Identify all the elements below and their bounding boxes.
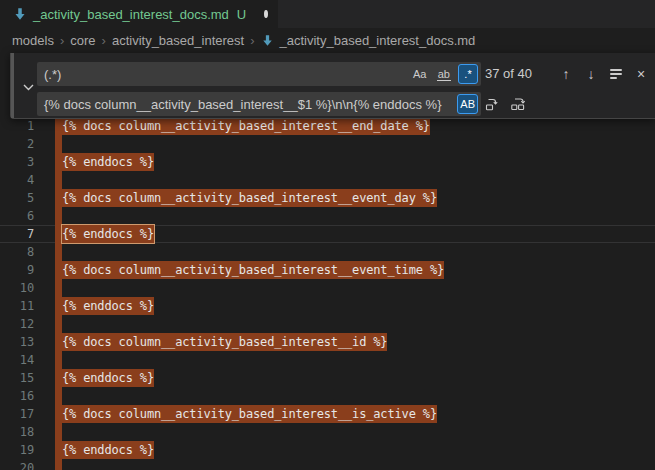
line-number: 18 [0,423,34,441]
editor-line[interactable]: 5{% docs column__activity_based_interest… [0,189,655,207]
search-input[interactable]: (.*) Aa ab .* [37,62,481,86]
close-find-widget-button[interactable]: × [630,63,652,85]
chevron-right-icon: › [250,33,254,48]
arrow-up-icon: ↑ [563,66,570,82]
replace-all-icon [510,96,527,115]
replace-input[interactable]: {% docs column__activity_based_interest_… [37,92,481,116]
chevron-down-icon [23,79,34,94]
editor-line[interactable]: 12 [0,315,655,333]
replace-all-button[interactable] [507,94,529,116]
git-status-badge: U [237,7,246,22]
chevron-right-icon: › [60,33,64,48]
editor-line[interactable]: 9{% docs column__activity_based_interest… [0,261,655,279]
editor-line[interactable]: 10 [0,279,655,297]
line-text: {% docs column__activity_based_interest_… [62,117,430,135]
editor-line[interactable]: 7{% enddocs %} [0,225,655,243]
line-number: 9 [0,261,34,279]
editor-line[interactable]: 19{% enddocs %} [0,441,655,459]
replace-icon [484,96,500,115]
line-number: 7 [0,225,34,243]
line-number: 8 [0,243,34,261]
line-number: 1 [0,117,34,135]
match-count: 37 of 40 [485,62,532,86]
match-case-button[interactable]: Aa [410,64,430,84]
line-text: {% enddocs %} [62,153,154,171]
tab-file[interactable]: _activity_based_interest_docs.md U [0,0,278,28]
editor-line[interactable]: 4 [0,171,655,189]
line-text: {% enddocs %} [62,369,154,387]
editor-line[interactable]: 6 [0,207,655,225]
close-icon: × [637,66,645,82]
line-number: 11 [0,297,34,315]
regex-button[interactable]: .* [458,64,478,84]
line-text: {% enddocs %} [62,441,154,459]
line-text: {% docs column__activity_based_interest_… [62,405,437,423]
line-number: 14 [0,351,34,369]
editor-line[interactable]: 16 [0,387,655,405]
toggle-replace-button[interactable] [19,73,37,99]
line-text: {% docs column__activity_based_interest_… [62,189,437,207]
find-widget-sash[interactable] [11,53,14,118]
editor-line[interactable]: 18 [0,423,655,441]
chevron-right-icon: › [102,33,106,48]
find-widget: (.*) Aa ab .* 37 of 40 ↑ ↓ × {% docs col… [10,53,655,119]
editor-line[interactable]: 3{% enddocs %} [0,153,655,171]
line-number: 19 [0,441,34,459]
selection-lines-icon [610,69,622,79]
line-number: 17 [0,405,34,423]
breadcrumb-item-core[interactable]: core [70,33,95,48]
editor-line[interactable]: 8 [0,243,655,261]
line-text: {% docs column__activity_based_interest_… [62,333,387,351]
breadcrumb: models › core › activity_based_interest … [0,28,655,52]
line-number: 2 [0,135,34,153]
line-number: 10 [0,279,34,297]
next-match-button[interactable]: ↓ [580,63,602,85]
breadcrumb-item-file[interactable]: _activity_based_interest_docs.md [280,33,476,48]
line-number: 6 [0,207,34,225]
markdown-file-icon [13,7,27,21]
replace-value: {% docs column__activity_based_interest_… [37,97,457,112]
line-number: 3 [0,153,34,171]
search-value: (.*) [37,67,410,82]
line-text: {% docs column__activity_based_interest_… [62,261,444,279]
preserve-case-button[interactable]: AB [457,94,478,114]
current-find-match: {% enddocs %} [62,225,154,243]
editor-line[interactable]: 17{% docs column__activity_based_interes… [0,405,655,423]
editor-line[interactable]: 14 [0,351,655,369]
previous-match-button[interactable]: ↑ [555,63,577,85]
editor-line[interactable]: 13{% docs column__activity_based_interes… [0,333,655,351]
line-number: 5 [0,189,34,207]
whole-word-icon: ab [437,68,451,81]
editor-line[interactable]: 1{% docs column__activity_based_interest… [0,117,655,135]
editor-line[interactable]: 2 [0,135,655,153]
whole-word-button[interactable]: ab [434,64,454,84]
arrow-down-icon: ↓ [588,66,595,82]
line-text: {% enddocs %} [62,297,154,315]
find-in-selection-button[interactable] [605,63,627,85]
markdown-file-icon [261,34,274,47]
line-number: 20 [0,459,34,470]
tab-filename: _activity_based_interest_docs.md [33,7,229,22]
breadcrumb-item-models[interactable]: models [12,33,54,48]
modified-indicator-dot[interactable] [264,10,268,18]
line-number: 4 [0,171,34,189]
line-number: 13 [0,333,34,351]
line-number: 12 [0,315,34,333]
replace-button[interactable] [481,94,503,116]
breadcrumb-item-folder[interactable]: activity_based_interest [112,33,244,48]
line-number: 15 [0,369,34,387]
line-number: 16 [0,387,34,405]
editor-line[interactable]: 20 [0,459,655,470]
tab-bar: _activity_based_interest_docs.md U [0,0,655,28]
editor-line[interactable]: 15{% enddocs %} [0,369,655,387]
editor-line[interactable]: 11{% enddocs %} [0,297,655,315]
